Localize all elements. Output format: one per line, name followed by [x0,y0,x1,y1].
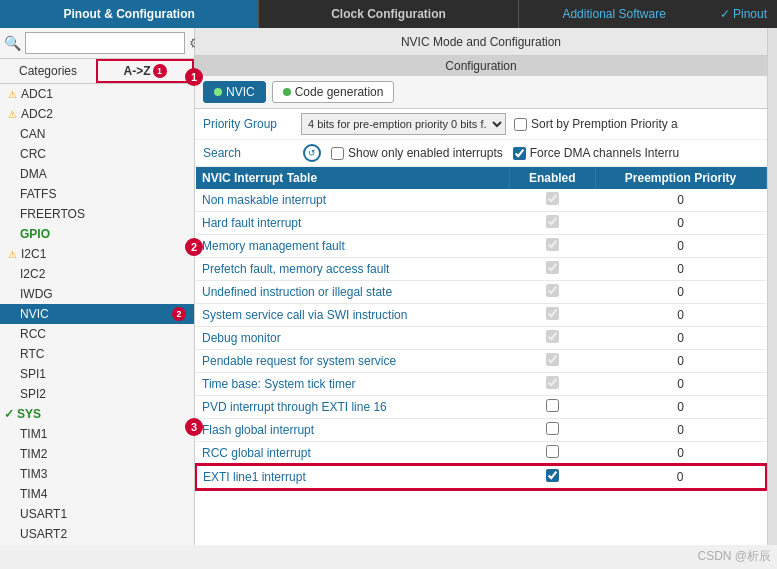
main-title: NVIC Mode and Configuration [195,28,767,56]
pinout-config-tab[interactable]: Pinout & Configuration [0,0,259,28]
config-label: Configuration [195,56,767,76]
force-dma-label[interactable]: Force DMA channels Interru [513,146,679,160]
enabled-checkbox[interactable] [546,238,559,251]
table-row[interactable]: Undefined instruction or illegal state 0 [196,281,766,304]
sidebar-item-iwdg[interactable]: IWDG [0,284,194,304]
enabled-checkbox[interactable] [546,422,559,435]
sidebar-item-usart2[interactable]: USART2 [0,524,194,544]
enabled-checkbox[interactable] [546,445,559,458]
search-label: Search [203,146,293,160]
enabled-checkbox[interactable] [546,469,559,482]
priority-group-select[interactable]: 4 bits for pre-emption priority 0 bits f… [301,113,506,135]
sidebar-item-crc[interactable]: CRC [0,144,194,164]
enabled-checkbox[interactable] [546,261,559,274]
enabled-checkbox[interactable] [546,192,559,205]
sidebar-item-tim4[interactable]: TIM4 [0,484,194,504]
sidebar-item-adc1[interactable]: ⚠ ADC1 [0,84,194,104]
table-row[interactable]: Pendable request for system service 0 [196,350,766,373]
table-header-name: NVIC Interrupt Table [196,167,510,189]
badge-1-marker: 1 [185,68,203,86]
warning-icon: ⚠ [8,109,17,120]
table-row[interactable]: Flash global interrupt 0 [196,419,766,442]
sidebar-item-rtc[interactable]: RTC [0,344,194,364]
enabled-checkbox[interactable] [546,284,559,297]
table-row[interactable]: Debug monitor 0 [196,327,766,350]
sidebar-item-can[interactable]: CAN [0,124,194,144]
sidebar-item-tim2[interactable]: TIM2 [0,444,194,464]
watermark: CSDN @析辰 [697,548,771,565]
sidebar-item-spi2[interactable]: SPI2 [0,384,194,404]
sidebar-item-adc2[interactable]: ⚠ ADC2 [0,104,194,124]
badge-3-marker: 3 [185,418,203,436]
sidebar-item-freertos[interactable]: FREERTOS [0,204,194,224]
sidebar-item-i2c1[interactable]: ⚠ I2C1 [0,244,194,264]
table-row[interactable]: Non maskable interrupt 0 [196,189,766,212]
tab-az[interactable]: A->Z 1 [96,59,194,83]
sidebar-item-fatfs[interactable]: FATFS [0,184,194,204]
force-dma-checkbox[interactable] [513,147,526,160]
tab-nvic[interactable]: NVIC [203,81,266,103]
table-row[interactable]: PVD interrupt through EXTI line 16 0 [196,396,766,419]
sidebar-item-usart1[interactable]: USART1 [0,504,194,524]
sidebar-item-rcc[interactable]: RCC [0,324,194,344]
sort-checkbox[interactable] [514,118,527,131]
badge-2: 2 [172,307,186,321]
sidebar-search-input[interactable] [25,32,185,54]
sidebar-item-gpio[interactable]: GPIO [0,224,194,244]
nvic-dot [214,88,222,96]
sidebar-item-nvic[interactable]: NVIC 2 [0,304,194,324]
enabled-checkbox[interactable] [546,307,559,320]
table-row[interactable]: RCC global interrupt 0 [196,442,766,466]
badge-2-marker: 2 [185,238,203,256]
table-row[interactable]: Time base: System tick timer 0 [196,373,766,396]
search-icon: 🔍 [4,35,21,51]
table-header-enabled: Enabled [510,167,596,189]
enabled-checkbox[interactable] [546,376,559,389]
table-row-selected[interactable]: EXTI line1 interrupt 0 [196,465,766,489]
code-gen-dot [283,88,291,96]
warning-icon: ⚠ [8,89,17,100]
clock-config-tab[interactable]: Clock Configuration [259,0,518,28]
sidebar-item-i2c2[interactable]: I2C2 [0,264,194,284]
table-row[interactable]: Prefetch fault, memory access fault 0 [196,258,766,281]
badge-1: 1 [153,64,167,78]
tab-code-generation[interactable]: Code generation [272,81,395,103]
show-only-enabled-label[interactable]: Show only enabled interrupts [331,146,503,160]
show-only-enabled-checkbox[interactable] [331,147,344,160]
additional-software-link[interactable]: Additional Software [519,7,710,21]
sidebar-item-dma[interactable]: DMA [0,164,194,184]
table-row[interactable]: System service call via SWI instruction … [196,304,766,327]
sidebar-item-tim3[interactable]: TIM3 [0,464,194,484]
enabled-checkbox[interactable] [546,330,559,343]
pinout-link[interactable]: ✓ Pinout [710,7,777,21]
warning-icon: ⚠ [8,249,17,260]
tab-categories[interactable]: Categories [0,59,96,83]
sidebar-item-spi1[interactable]: SPI1 [0,364,194,384]
sort-checkbox-label[interactable]: Sort by Premption Priority a [514,117,678,131]
priority-group-label: Priority Group [203,117,293,131]
enabled-checkbox[interactable] [546,399,559,412]
sidebar-item-sys[interactable]: ✓ SYS [0,404,194,424]
table-row[interactable]: Hard fault interrupt 0 [196,212,766,235]
search-circle-icon: ↺ [303,144,321,162]
enabled-checkbox[interactable] [546,353,559,366]
enabled-checkbox[interactable] [546,215,559,228]
sidebar-item-usart3[interactable]: USART3 [0,544,194,545]
table-header-priority: Preemption Priority [595,167,766,189]
sidebar-item-tim1[interactable]: TIM1 [0,424,194,444]
table-row[interactable]: Memory management fault 0 [196,235,766,258]
